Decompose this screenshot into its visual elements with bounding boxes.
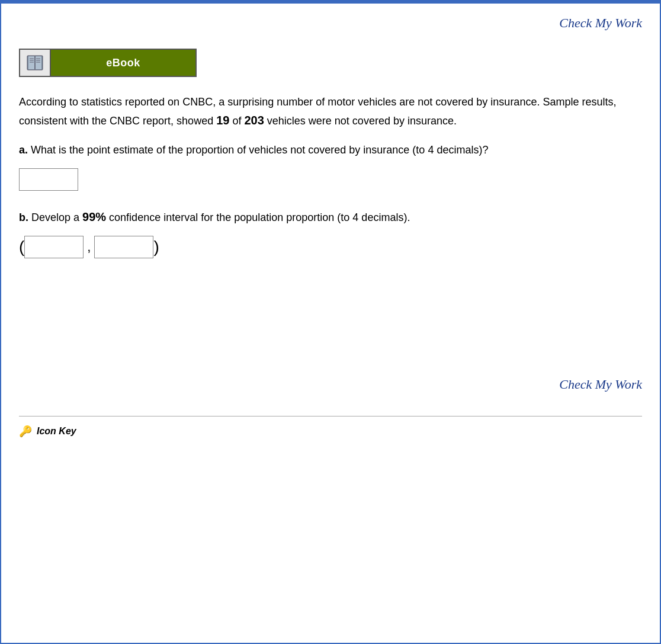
check-my-work-top: Check My Work bbox=[19, 15, 642, 31]
ebook-icon-area bbox=[20, 50, 51, 76]
part-b-label: b. bbox=[19, 212, 28, 223]
part-b-percent: 99% bbox=[82, 210, 106, 223]
part-b-post: confidence interval for the population p… bbox=[106, 212, 410, 223]
icon-key-section: 🔑 Icon Key bbox=[19, 416, 642, 438]
part-a-input[interactable] bbox=[19, 168, 78, 191]
svg-rect-2 bbox=[35, 56, 41, 69]
part-b-pre: Develop a bbox=[28, 212, 82, 223]
number-19: 19 bbox=[216, 114, 229, 127]
check-my-work-bottom: Check My Work bbox=[19, 377, 642, 410]
open-paren: ( bbox=[19, 239, 24, 255]
interval-comma: , bbox=[87, 239, 91, 255]
part-b-lower-input[interactable] bbox=[24, 236, 84, 258]
part-a-label: a. bbox=[19, 144, 28, 156]
ebook-icon bbox=[26, 55, 44, 71]
ebook-label: eBook bbox=[106, 57, 140, 69]
check-my-work-top-button[interactable]: Check My Work bbox=[559, 15, 642, 30]
ebook-label-area: eBook bbox=[51, 50, 195, 76]
interval-inputs-group: ( , ) bbox=[19, 236, 642, 258]
intro-text-middle: of bbox=[229, 115, 244, 127]
number-203: 203 bbox=[244, 114, 264, 127]
svg-rect-1 bbox=[28, 56, 35, 69]
check-my-work-bottom-button[interactable]: Check My Work bbox=[559, 377, 642, 392]
part-a-question: a. What is the point estimate of the pro… bbox=[19, 142, 642, 159]
main-container: Check My Work eBook According to statist… bbox=[0, 4, 661, 644]
icon-key-label: Icon Key bbox=[37, 426, 76, 437]
part-a-text: What is the point estimate of the propor… bbox=[28, 144, 488, 156]
key-icon: 🔑 bbox=[19, 425, 32, 438]
ebook-button[interactable]: eBook bbox=[19, 49, 197, 77]
close-paren: ) bbox=[153, 239, 159, 255]
part-b-question: b. Develop a 99% confidence interval for… bbox=[19, 207, 642, 226]
input-section-a bbox=[19, 168, 642, 191]
part-b-upper-input[interactable] bbox=[94, 236, 153, 258]
intro-text-ending: vehicles were not covered by insurance. bbox=[264, 115, 457, 127]
question-intro-text: According to statistics reported on CNBC… bbox=[19, 94, 642, 130]
